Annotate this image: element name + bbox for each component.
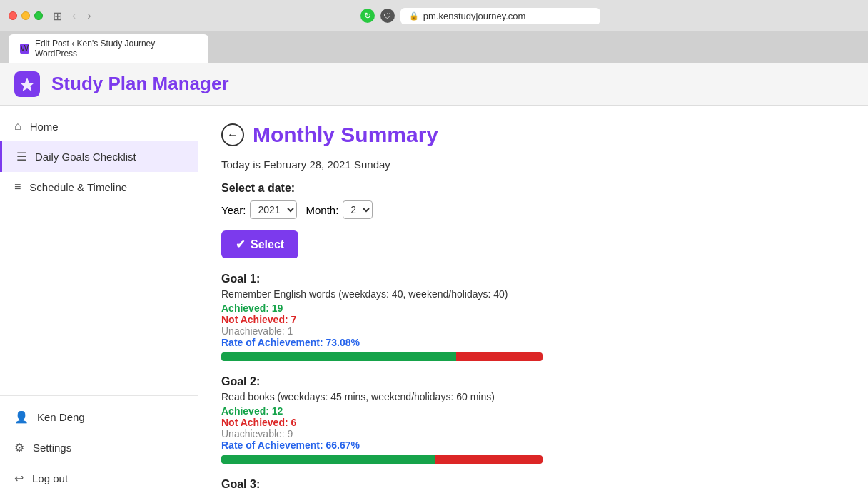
minimize-button[interactable]: [21, 11, 30, 20]
checklist-icon: ☰: [16, 150, 26, 163]
sidebar-bottom: 👤 Ken Deng ⚙ Settings ↩ Log out: [0, 402, 198, 488]
sidebar-item-settings[interactable]: ⚙ Settings: [0, 432, 198, 463]
goal-1-title: Goal 1:: [221, 273, 845, 285]
sidebar-home-label: Home: [30, 121, 59, 133]
titlebar: ⊞ ‹ › ↻ 🛡 🔒 pm.kenstudyjourney.com: [0, 0, 868, 31]
goal-2-progress-green: [221, 455, 435, 464]
tab-favicon: W: [20, 44, 29, 54]
page-title: Monthly Summary: [253, 123, 438, 147]
settings-icon: ⚙: [14, 441, 24, 454]
sidebar-item-schedule[interactable]: ≡ Schedule & Timeline: [0, 172, 198, 202]
check-icon: ✔: [236, 238, 245, 251]
fullscreen-button[interactable]: [34, 11, 43, 20]
app-body: ⌂ Home ☰ Daily Goals Checklist ≡ Schedul…: [0, 106, 868, 488]
goal-1-progress-bar: [221, 352, 542, 361]
sidebar: ⌂ Home ☰ Daily Goals Checklist ≡ Schedul…: [0, 106, 198, 488]
sidebar-item-daily-goals[interactable]: ☰ Daily Goals Checklist: [0, 141, 198, 172]
goal-2-rate: Rate of Achievement: 66.67%: [221, 439, 845, 451]
goal-2-not-achieved: Not Achieved: 6: [221, 417, 845, 428]
nav-buttons: ‹ ›: [68, 8, 96, 24]
goal-1-rate: Rate of Achievement: 73.08%: [221, 337, 845, 348]
goal-2-section: Goal 2: Read books (weekdays: 45 mins, w…: [221, 375, 845, 464]
home-icon: ⌂: [14, 120, 21, 133]
goal-2-progress-red: [435, 455, 542, 464]
sidebar-toggle-icon[interactable]: ⊞: [53, 9, 62, 23]
goal-1-progress-red: [456, 352, 542, 361]
goal-1-desc: Remember English words (weekdays: 40, we…: [221, 288, 845, 300]
sidebar-item-user[interactable]: 👤 Ken Deng: [0, 402, 198, 432]
svg-marker-0: [20, 78, 34, 91]
year-select[interactable]: 2021 2020 2022: [250, 200, 297, 219]
sidebar-daily-goals-label: Daily Goals Checklist: [35, 151, 136, 163]
back-button[interactable]: ←: [221, 123, 244, 146]
goal-2-title: Goal 2:: [221, 375, 845, 388]
address-bar[interactable]: 🔒 pm.kenstudyjourney.com: [400, 8, 600, 24]
date-label: Select a date:: [221, 182, 845, 195]
select-button[interactable]: ✔ Select: [221, 230, 298, 258]
sidebar-item-home[interactable]: ⌂ Home: [0, 111, 198, 141]
goal-2-desc: Read books (weekdays: 45 mins, weekend/h…: [221, 391, 845, 402]
today-text: Today is February 28, 2021 Sunday: [221, 158, 845, 171]
browser-center: ↻ 🛡 🔒 pm.kenstudyjourney.com: [101, 8, 859, 24]
goal-1-unachievable: Unachievable: 1: [221, 325, 845, 337]
date-section: Select a date: Year: 2021 2020 2022 Mont…: [221, 182, 845, 219]
goal-1-section: Goal 1: Remember English words (weekdays…: [221, 273, 845, 361]
sidebar-settings-label: Settings: [33, 442, 71, 454]
sidebar-nav: ⌂ Home ☰ Daily Goals Checklist ≡ Schedul…: [0, 111, 198, 390]
goal-1-not-achieved: Not Achieved: 7: [221, 314, 845, 325]
date-inputs: Year: 2021 2020 2022 Month: 2 1 3: [221, 200, 845, 219]
extension-shield-icon[interactable]: 🛡: [380, 9, 395, 23]
year-label: Year:: [221, 204, 246, 216]
goal-1-progress-green: [221, 352, 456, 361]
sidebar-item-logout[interactable]: ↩ Log out: [0, 463, 198, 488]
close-button[interactable]: [9, 11, 17, 20]
goal-1-achieved: Achieved: 19: [221, 303, 845, 314]
goal-2-achieved: Achieved: 12: [221, 405, 845, 417]
sidebar-divider: [0, 395, 198, 396]
lock-icon: 🔒: [409, 11, 419, 21]
browser-tab[interactable]: W Edit Post ‹ Ken's Study Journey — Word…: [9, 34, 208, 63]
month-label: Month:: [306, 204, 338, 216]
app-wrapper: Study Plan Manager ⌂ Home ☰ Daily Goals …: [0, 63, 868, 488]
app-title: Study Plan Manager: [51, 73, 229, 95]
app-logo: [14, 71, 40, 97]
year-group: Year: 2021 2020 2022: [221, 200, 297, 219]
schedule-icon: ≡: [14, 181, 21, 193]
browser-chrome: ⊞ ‹ › ↻ 🛡 🔒 pm.kenstudyjourney.com W Edi…: [0, 0, 868, 63]
tab-bar: W Edit Post ‹ Ken's Study Journey — Word…: [0, 31, 868, 63]
goal-3-title: Goal 3:: [221, 478, 845, 488]
goal-3-section: Goal 3:: [221, 478, 845, 488]
sidebar-logout-label: Log out: [32, 472, 68, 484]
logout-icon: ↩: [14, 472, 24, 485]
extension-refresh-icon[interactable]: ↻: [360, 9, 375, 23]
forward-nav-button[interactable]: ›: [83, 8, 95, 24]
goal-2-unachievable: Unachievable: 9: [221, 428, 845, 439]
sidebar-schedule-label: Schedule & Timeline: [29, 181, 127, 193]
user-icon: 👤: [14, 410, 29, 424]
back-nav-button[interactable]: ‹: [68, 8, 80, 24]
traffic-lights: [9, 11, 43, 20]
app-header: Study Plan Manager: [0, 63, 868, 106]
goal-2-progress-bar: [221, 455, 542, 464]
page-header: ← Monthly Summary: [221, 123, 845, 147]
month-select[interactable]: 2 1 3: [343, 200, 373, 219]
address-text: pm.kenstudyjourney.com: [423, 11, 526, 21]
select-button-label: Select: [251, 238, 284, 251]
month-group: Month: 2 1 3: [306, 200, 373, 219]
sidebar-user-label: Ken Deng: [37, 411, 85, 423]
tab-label: Edit Post ‹ Ken's Study Journey — WordPr…: [35, 39, 197, 59]
main-content: ← Monthly Summary Today is February 28, …: [198, 106, 868, 488]
